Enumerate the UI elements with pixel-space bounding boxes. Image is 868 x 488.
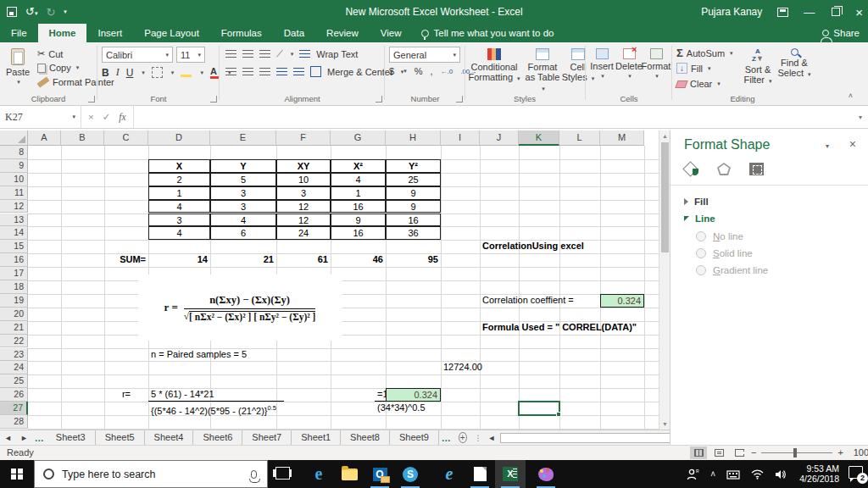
column-header-M[interactable]: M (600, 130, 644, 146)
font-size-select[interactable]: 11▾ (176, 47, 205, 63)
cell-E12[interactable]: 3 (210, 200, 276, 214)
radio-icon[interactable] (696, 265, 706, 275)
hscroll-left-icon[interactable]: ◄ (485, 434, 499, 442)
taskbar-search[interactable]: Type here to search (34, 460, 268, 488)
taskbar-file-explorer-icon[interactable] (334, 460, 364, 488)
increase-decimal-icon[interactable]: ←.0 (440, 68, 453, 75)
share-button[interactable]: Share (822, 24, 860, 42)
number-format-select[interactable]: General▾ (389, 47, 460, 63)
cell-G11[interactable]: 1 (331, 186, 386, 200)
user-name[interactable]: Pujara Kanay (701, 6, 762, 18)
cell-H10[interactable]: 25 (386, 173, 441, 186)
insert-cells-button[interactable]: Insert▾ (588, 44, 615, 100)
sheet-tab-sheet9[interactable]: Sheet9 (390, 430, 439, 445)
formula-input[interactable] (134, 106, 853, 128)
volume-icon[interactable] (775, 469, 787, 480)
align-right-icon[interactable] (259, 68, 270, 76)
radio-icon[interactable] (696, 231, 706, 241)
cell-E13[interactable]: 4 (210, 214, 276, 227)
align-middle-icon[interactable] (242, 50, 253, 58)
sheet-tab-sheet5[interactable]: Sheet5 (96, 430, 145, 445)
tab-home[interactable]: Home (38, 24, 87, 42)
tab-data[interactable]: Data (273, 24, 315, 42)
cell-D11[interactable]: 1 (148, 186, 210, 200)
zoom-in-button[interactable]: + (837, 447, 843, 458)
column-header-F[interactable]: F (276, 130, 331, 146)
column-header-K[interactable]: K (519, 130, 559, 146)
tab-insert[interactable]: Insert (86, 24, 133, 42)
column-header-C[interactable]: C (104, 130, 148, 146)
cell-G16[interactable]: 46 (331, 253, 386, 267)
tell-me-box[interactable]: Tell me what you want to do (413, 24, 563, 42)
merge-center-button[interactable]: Merge & Center (327, 67, 393, 77)
row-header-18[interactable]: 18 (0, 280, 28, 294)
comma-style-icon[interactable]: , (430, 66, 432, 76)
row-header-28[interactable]: 28 (0, 415, 28, 429)
cell-F11[interactable]: 3 (276, 186, 331, 200)
sheet-tab-sheet3[interactable]: Sheet3 (47, 430, 96, 445)
row-header-26[interactable]: 26 (0, 388, 28, 402)
cell-D13[interactable]: 3 (148, 214, 210, 227)
row-header-21[interactable]: 21 (0, 321, 28, 335)
cell-G12[interactable]: 16 (331, 200, 386, 214)
cell-H13[interactable]: 16 (386, 214, 441, 227)
taskbar-outlook-icon[interactable]: O (364, 460, 395, 488)
row-header-23[interactable]: 23 (0, 348, 28, 362)
cell-F14[interactable]: 24 (276, 226, 331, 240)
page-break-view-button[interactable] (731, 446, 748, 459)
cell-E9[interactable]: Y (210, 159, 276, 173)
borders-icon[interactable] (152, 67, 163, 78)
zoom-level[interactable]: 100% (849, 447, 868, 458)
row-header-12[interactable]: 12 (0, 200, 28, 214)
vertical-scroll-thumb[interactable] (661, 142, 669, 252)
sheet-overflow-right[interactable]: … (439, 433, 453, 443)
zoom-slider-thumb[interactable] (793, 448, 797, 458)
row-header-14[interactable]: 14 (0, 226, 28, 240)
cell-J15[interactable]: CorrelationUsing excel (480, 240, 587, 253)
undo-icon[interactable]: ↺▾ (25, 6, 37, 19)
fill-section-header[interactable]: Fill (684, 197, 709, 207)
sheet-tab-sheet7[interactable]: Sheet7 (242, 430, 292, 445)
copy-button[interactable]: Copy▾ (37, 63, 79, 73)
cell-E10[interactable]: 5 (210, 173, 276, 186)
tab-file[interactable]: File (0, 24, 38, 42)
column-header-L[interactable]: L (559, 130, 600, 146)
taskbar-excel-icon[interactable]: X (495, 460, 526, 488)
sheet-nav-right-icon[interactable]: ► (16, 434, 32, 442)
hidden-icons-chevron[interactable]: ˄ (710, 469, 715, 479)
minimize-button[interactable]: — (804, 6, 815, 19)
increase-indent-icon[interactable] (293, 68, 304, 76)
insert-function-icon[interactable]: fx (119, 112, 125, 122)
redo-icon[interactable]: ↻ (46, 7, 55, 18)
font-dialog-launcher[interactable] (210, 96, 217, 103)
cell-D23[interactable]: n = Paired samples = 5 (148, 348, 249, 362)
cell-C26[interactable]: r= (104, 388, 148, 402)
cell-D12[interactable]: 4 (148, 200, 210, 214)
customize-qat-icon[interactable]: ▾ (64, 8, 67, 15)
orientation-icon[interactable]: ⟋ (276, 48, 283, 59)
tab-view[interactable]: View (370, 24, 413, 42)
active-cell-K27[interactable] (518, 401, 560, 416)
row-header-13[interactable]: 13 (0, 214, 28, 227)
merge-center-icon[interactable] (310, 66, 321, 77)
delete-cells-button[interactable]: Delete▾ (615, 44, 643, 100)
row-header-27[interactable]: 27 (0, 402, 28, 415)
page-layout-view-button[interactable] (710, 446, 727, 459)
sheet-tab-sheet8[interactable]: Sheet8 (341, 430, 390, 445)
clear-button[interactable]: Clear▾ (676, 79, 721, 89)
expand-formula-bar-icon[interactable]: ▾ (853, 106, 868, 128)
align-bottom-icon[interactable] (259, 50, 270, 58)
row-header-25[interactable]: 25 (0, 374, 28, 388)
taskbar-skype-icon[interactable]: S (395, 460, 426, 488)
tab-formulas[interactable]: Formulas (210, 24, 273, 42)
cell-J19[interactable]: Correlation coeffient = (480, 294, 576, 308)
radio-icon[interactable] (696, 248, 706, 258)
bold-button[interactable]: B (102, 67, 109, 79)
format-as-table-button[interactable]: Format as Table ▾ (522, 44, 563, 100)
cell-D9[interactable]: X (148, 159, 210, 173)
decrease-indent-icon[interactable] (276, 68, 287, 76)
row-header-19[interactable]: 19 (0, 294, 28, 308)
find-select-button[interactable]: Find & Select ▾ (776, 44, 812, 100)
tab-review[interactable]: Review (315, 24, 370, 42)
wrap-text-icon[interactable] (299, 50, 310, 58)
